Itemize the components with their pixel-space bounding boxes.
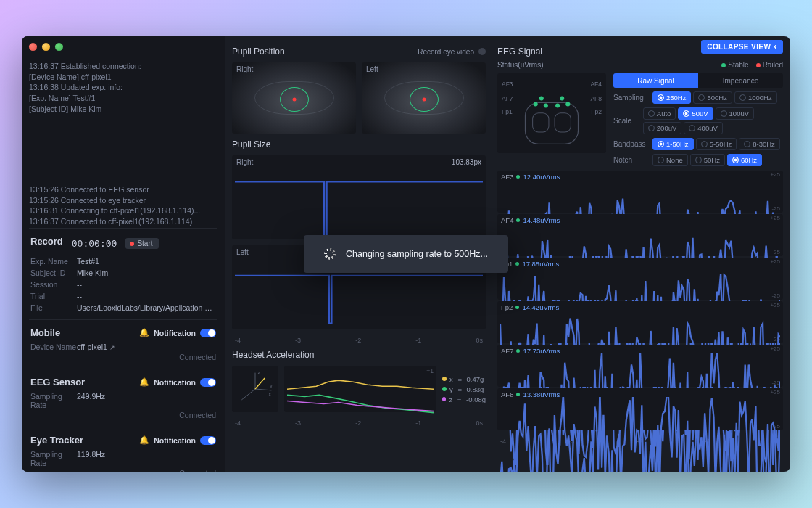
notification-toggle[interactable] <box>200 329 216 337</box>
eye-label: Left <box>366 65 378 73</box>
eye-tracker-title: Eye Tracker <box>30 435 83 446</box>
eeg-sensor-section: EEG Sensor 🔔Notification Sampling Rate24… <box>29 369 218 427</box>
svg-text:z: z <box>258 370 260 374</box>
accel-3d-widget: z y x <box>232 366 278 412</box>
field-label: Exp. Name <box>30 257 77 266</box>
sampling-option[interactable]: 250Hz <box>652 91 691 104</box>
notification-toggle[interactable] <box>200 436 216 445</box>
field-label: Session <box>30 280 77 289</box>
status-label: Status(uVrms) <box>497 61 544 69</box>
legend-dot-icon <box>442 397 446 401</box>
pupil-size-value: 103.83px <box>452 158 481 166</box>
accel-legend: x = 0.47g y = 0.83g z = -0.08g <box>442 366 486 412</box>
stable-dot-icon <box>721 63 726 67</box>
external-link-icon[interactable]: ↗ <box>109 344 115 351</box>
bandpass-option[interactable]: 8-30Hz <box>739 138 780 150</box>
app-window: COLLAPSE VIEW 13:16:37 Established conne… <box>22 36 790 472</box>
field-value: 249.9Hz <box>77 392 216 409</box>
eye-tracker-section: Eye Tracker 🔔Notification Sampling Rate1… <box>29 427 218 472</box>
field-label: Sampling Rate <box>30 450 77 467</box>
sampling-option[interactable]: 1000Hz <box>734 91 777 104</box>
record-title: Record <box>30 236 63 247</box>
ytick: +25 <box>770 345 780 352</box>
notification-label: Notification <box>154 378 196 387</box>
notification-toggle[interactable] <box>200 378 216 387</box>
connection-status: Connected <box>30 469 216 472</box>
scale-option[interactable]: 200uV <box>643 122 682 134</box>
bandpass-option[interactable]: 5-50Hz <box>696 138 737 150</box>
accel-title: Headset Acceleration <box>232 350 314 360</box>
eeg-view-tabs: Raw Signal Impedance <box>613 73 783 88</box>
stable-dot-icon <box>516 175 520 179</box>
close-icon[interactable] <box>29 43 37 51</box>
field-label: File <box>30 303 77 312</box>
ytick: +25 <box>770 389 780 396</box>
notch-option[interactable]: 60Hz <box>727 154 762 166</box>
pupil-marker-icon <box>280 87 309 112</box>
eeg-channel-plot: AF414.48uVrms+25-25 <box>497 214 783 256</box>
field-label: Device Name <box>30 343 77 351</box>
svg-line-3 <box>255 378 265 389</box>
bandpass-option[interactable]: 1-50Hz <box>652 138 694 150</box>
eeg-channel-plot: AF813.38uVrms+25-25 <box>497 388 783 430</box>
field-value: -- <box>77 280 216 289</box>
window-controls <box>29 43 63 51</box>
notch-option[interactable]: None <box>652 154 688 166</box>
eeg-sensor-title: EEG Sensor <box>30 377 85 388</box>
log-line: 13:16:37 Established connection: <box>29 61 218 72</box>
eeg-channel-plot: AF717.73uVrms+25-25 <box>497 345 783 387</box>
stable-label: Stable <box>728 61 748 69</box>
field-value: cff-pixel1↗ <box>77 343 216 351</box>
notch-option[interactable]: 50Hz <box>690 154 725 166</box>
bell-icon: 🔔 <box>139 377 149 387</box>
ctrl-label: Notch <box>613 156 648 164</box>
field-label: Subject ID <box>30 269 77 277</box>
scale-option[interactable]: 400uV <box>684 122 722 134</box>
collapse-view-button[interactable]: COLLAPSE VIEW <box>701 40 783 54</box>
time-axis: -4 -3 -2 -1 0s <box>232 335 486 344</box>
legend-dot-icon <box>442 377 447 381</box>
scale-option[interactable]: Auto <box>643 107 676 120</box>
field-label: Trial <box>30 292 77 300</box>
log-top: 13:16:37 Established connection: [Device… <box>29 61 218 184</box>
railed-label: Railed <box>763 61 783 69</box>
sampling-option[interactable]: 500Hz <box>693 91 732 104</box>
bell-icon: 🔔 <box>139 328 149 337</box>
field-value: Test#1 <box>77 257 216 266</box>
eeg-status-legend: Status(uVrms) Stable Railed <box>497 61 783 69</box>
eeg-channel-plot: AF312.40uVrms+25-25 <box>497 171 783 213</box>
svg-rect-9 <box>555 113 571 132</box>
tab-impedance[interactable]: Impedance <box>698 73 783 88</box>
plot-label: Left <box>236 248 249 256</box>
tick: -1 <box>415 337 421 344</box>
modal-message: Changing sampling rate to 500Hz... <box>346 249 488 259</box>
svg-point-15 <box>555 104 560 108</box>
legend-axis: x <box>450 375 453 383</box>
ytick: +25 <box>770 171 780 178</box>
scale-option[interactable]: 50uV <box>678 107 713 120</box>
record-section: Record 00:00:00 Start Exp. NameTest#1 Su… <box>29 228 218 319</box>
legend-axis: z <box>449 396 452 403</box>
tick: 0s <box>476 419 483 427</box>
maximize-icon[interactable] <box>55 43 63 51</box>
svg-line-2 <box>241 389 255 400</box>
ctrl-label: Sampling <box>613 94 648 102</box>
minimize-icon[interactable] <box>42 43 50 51</box>
svg-point-10 <box>539 96 544 100</box>
eeg-channel-plot: Fp117.88uVrms+25-25 <box>497 258 783 300</box>
railed-dot-icon <box>756 63 761 67</box>
notification-label: Notification <box>154 329 196 337</box>
log-bottom: 13:15:26 Connected to EEG sensor 13:15:2… <box>29 184 218 228</box>
svg-rect-8 <box>533 113 549 132</box>
tab-raw-signal[interactable]: Raw Signal <box>613 73 698 88</box>
pupil-marker-icon <box>410 87 439 112</box>
record-start-button[interactable]: Start <box>125 238 158 249</box>
field-value: Users/LooxidLabs/Library/Application Sup… <box>77 303 216 312</box>
field-value: Mike Kim <box>77 269 216 277</box>
pupil-size-title: Pupil Size <box>232 139 270 149</box>
svg-text:y: y <box>270 384 273 388</box>
tick: -4 <box>235 337 241 344</box>
scale-option[interactable]: 100uV <box>716 107 754 120</box>
spinner-icon <box>324 248 336 260</box>
log-line: 13:15:26 Connected to EEG sensor <box>29 184 218 195</box>
